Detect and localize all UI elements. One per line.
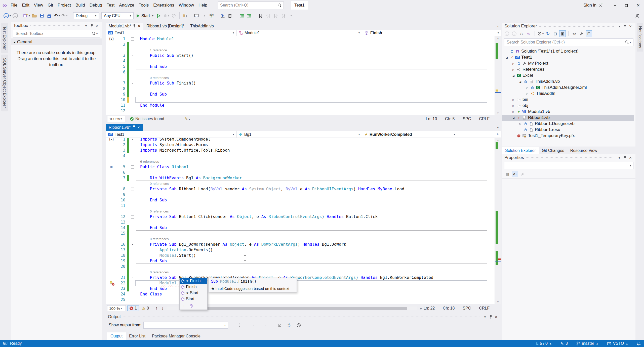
ribbon1-line9[interactable]: 9 [106,192,495,197]
ribbon1-line2[interactable]: 2Imports System.Windows.Forms [106,142,495,148]
minimize-button[interactable]: – [609,0,621,11]
expander-closed-icon[interactable]: ▷ [518,122,523,125]
git-repository-status[interactable]: VSTO▲ [607,341,628,346]
error-count-toggle[interactable]: 1 [127,306,139,311]
close-tab-icon[interactable]: ✕ [137,126,140,129]
se-switch-views-icon[interactable]: ∞ [526,30,532,37]
ribbon1-line19[interactable]: 19 End Sub [106,258,495,264]
module1-line8[interactable]: 8 [106,86,495,92]
solution-configuration-dropdown[interactable]: Debug▾ [73,12,99,19]
module1-line11[interactable]: 11End Module [106,103,495,108]
new-project-icon[interactable]: ▾ [23,12,30,20]
navigate-forward-button[interactable]: → [12,12,18,20]
outlining-margin[interactable] [129,264,136,269]
ribbon1-line20[interactable]: 20 [106,264,495,269]
line-ending-indicator[interactable]: CRLF [479,306,490,311]
outlining-margin[interactable] [129,170,136,175]
collapse-icon[interactable]: - [131,54,134,57]
outlining-margin[interactable] [129,159,136,164]
solution-explorer-search-input[interactable] [507,40,625,45]
outlining-margin[interactable] [129,208,136,214]
expander-open-icon[interactable]: ◢ [504,56,509,59]
warning-count-toggle[interactable]: ⚠ 0 [140,306,150,311]
ribbon1-line-lens[interactable]: 6 references [106,159,495,164]
tree-item-obj[interactable]: ▷obj [502,103,634,109]
output-title-bar[interactable]: Output ▾ ✕ [106,313,501,320]
outlining-margin[interactable] [129,286,136,291]
feedback-icon[interactable] [3,341,8,346]
issues-indicator[interactable]: No issues found [130,117,164,121]
outlining-margin[interactable] [129,47,136,53]
tree-item-thisaddin.designer.xml[interactable]: ▷XThisAddIn.Designer.xml [502,84,634,91]
outlining-margin[interactable] [129,92,136,97]
autoscroll-clock-icon[interactable] [296,321,302,329]
outlining-margin[interactable] [129,253,136,258]
expander-open-icon[interactable]: ◢ [511,116,516,119]
panel-tab-output[interactable]: Output [107,332,126,340]
sign-in-button[interactable]: Sign in [583,3,603,8]
solution-explorer-home-icon[interactable] [193,12,200,20]
code-cleanup-icon[interactable]: ✎▾ [184,116,190,121]
sidebar-tab-git-changes[interactable]: Git Changes [539,147,567,154]
clear-bookmarks-icon[interactable] [280,12,287,20]
se-back-icon[interactable]: ← [504,30,510,37]
side-tab-sql-server-object-explorer[interactable]: SQL Server Object Explorer [1,55,8,111]
se-properties-icon[interactable] [578,30,585,37]
git-branch-status[interactable]: master▲ [576,341,598,346]
ribbon1-line23[interactable]: 23 End Sub [106,286,495,291]
tree-item-excel[interactable]: ◢XExcel [502,72,634,78]
panel-tab-package-manager-console[interactable]: Package Manager Console [149,332,204,340]
properties-menu-icon[interactable]: ▾ [617,156,622,160]
previous-bookmark-icon[interactable] [265,12,271,20]
toggle-bookmark-icon[interactable] [257,12,264,20]
project-dropdown[interactable]: VBTest1▾ [106,131,236,138]
ribbon1-line25[interactable]: 25 [106,297,495,302]
output-pin-icon[interactable] [488,315,493,319]
close-button[interactable]: ✕ [632,0,644,11]
tab-ribbon1[interactable]: Ribbon1.vb* ✕ [106,124,143,131]
menu-test[interactable]: Test [104,0,117,11]
spell-check-icon[interactable]: abc✓ [208,12,215,20]
ribbon1-line3[interactable]: 3Imports Microsoft.Office.Tools.Ribbon [106,148,495,153]
outlining-margin[interactable] [129,297,136,302]
tree-item-bin[interactable]: ▷bin [502,97,634,103]
find-in-files-icon[interactable] [182,12,188,20]
collapse-icon[interactable]: - [131,165,134,169]
outlining-margin[interactable] [129,86,136,92]
ribbon1-line-lens[interactable]: 0 references [106,236,495,242]
collapse-icon[interactable]: - [131,243,134,246]
ribbon1-line1[interactable]: {▪}1-Imports System.ComponentModel [106,138,495,142]
ribbon1-line15[interactable]: 15 [106,231,495,236]
module1-line7[interactable]: 7- Public Sub Finish() [106,80,495,86]
outlining-margin[interactable] [129,103,136,108]
collapse-icon[interactable]: - [131,37,134,41]
search-icon[interactable] [625,40,629,44]
outlining-margin[interactable]: - [129,36,136,42]
outlining-margin[interactable]: - [129,53,136,58]
ribbon1-line12[interactable]: 12- Private Sub Button1_Click(sender As … [106,214,495,220]
outlining-margin[interactable] [129,175,136,181]
menu-analyze[interactable]: Analyze [117,0,136,11]
next-issue-icon[interactable]: ↓ [162,306,164,311]
menu-git[interactable]: Git [45,0,55,11]
collapse-icon[interactable]: - [131,82,134,85]
notifications-bell-icon[interactable] [637,341,641,346]
ribbon1-line14[interactable]: 14 End Sub [106,225,495,231]
member-dropdown[interactable]: RunWorkerCompleted▾⇅ [362,131,501,138]
collapse-icon[interactable]: - [131,276,134,279]
module1-line3[interactable]: 3- Public Sub Start() [106,53,495,58]
toolbox-close-icon[interactable]: ✕ [94,24,100,28]
codelens-references[interactable]: 1 reference [140,48,167,52]
select-line-icon[interactable] [220,12,226,20]
window-layout-dropdown[interactable]: ▾ [201,12,207,20]
menu-file[interactable]: File [8,0,20,11]
solution-explorer-title-bar[interactable]: Solution Explorer ▾ ✕ [502,23,635,30]
outlining-margin[interactable] [129,142,136,148]
scroll-right-icon[interactable]: ▶ [420,307,422,310]
ribbon1-line13[interactable]: 13 [106,220,495,225]
outlining-margin[interactable] [129,220,136,225]
se-view-code-icon[interactable]: <> [571,30,578,37]
outlining-margin[interactable]: - [129,138,136,142]
outlining-margin[interactable] [129,64,136,69]
hot-reload-button[interactable]: ▾ [163,12,170,20]
